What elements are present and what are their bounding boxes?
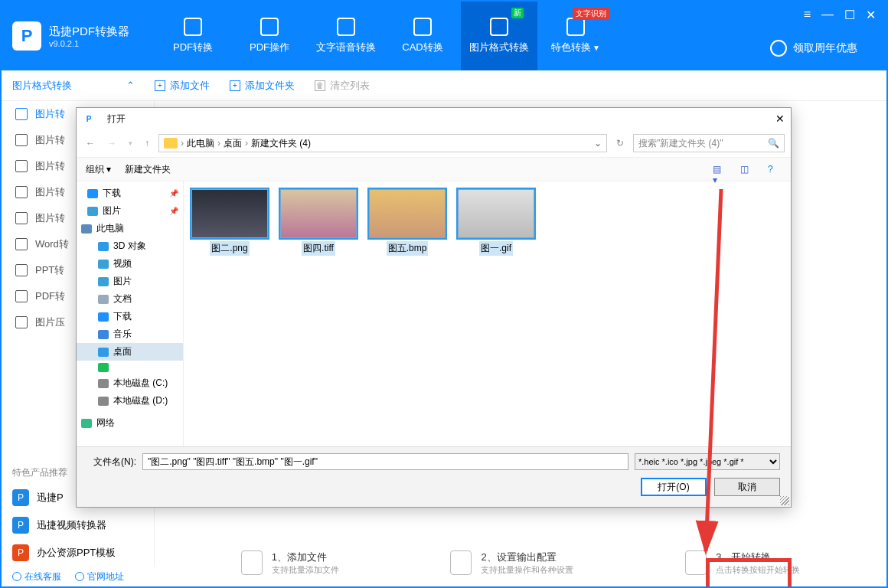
minimize-icon[interactable]: —: [821, 8, 834, 22]
file-open-dialog: P 打开 ✕ ← → ▾ ↑ › 此电脑› 桌面› 新建文件夹 (4) ⌄ ↻ …: [76, 107, 792, 508]
file-item[interactable]: 图五.bmp: [369, 189, 446, 256]
view-mode-icon[interactable]: ▤ ▾: [713, 164, 726, 175]
titlebar: P 迅捷PDF转换器 v9.0.2.1 PDF转换PDF操作文字语音转换CAD转…: [2, 2, 886, 70]
file-item[interactable]: 图一.gif: [458, 189, 534, 256]
tree-label: 本地磁盘 (D:): [113, 394, 168, 407]
chevron-up-icon[interactable]: ⌃: [126, 80, 135, 91]
window-controls: ≡ — ☐ ✕: [804, 8, 876, 22]
sidebar-item-label: 图片转: [35, 159, 65, 173]
promo-item[interactable]: P办公资源PPT模板: [2, 539, 154, 567]
folder-icon: [98, 312, 109, 322]
step-icon: [450, 550, 472, 575]
filetype-select[interactable]: *.heic *.ico *.jpg *.jpeg *.gif *: [635, 453, 780, 470]
tree-item[interactable]: 音乐: [77, 325, 183, 343]
promo-item[interactable]: P迅捷视频转换器: [2, 511, 154, 539]
new-folder-button[interactable]: 新建文件夹: [125, 163, 171, 176]
tree-item[interactable]: 桌面: [77, 343, 183, 361]
tree-label: 文档: [113, 292, 132, 305]
forward-icon[interactable]: →: [104, 138, 119, 149]
search-input[interactable]: 搜索"新建文件夹 (4)" 🔍: [633, 134, 785, 152]
file-list[interactable]: 图二.png图四.tiff图五.bmp图一.gif: [184, 181, 791, 446]
tab-label: CAD转换: [402, 41, 442, 54]
dialog-nav: ← → ▾ ↑ › 此电脑› 桌面› 新建文件夹 (4) ⌄ ↻ 搜索"新建文件…: [77, 129, 791, 157]
globe-icon: [75, 572, 84, 581]
tree-label: 网络: [96, 416, 115, 430]
file-item[interactable]: 图四.tiff: [280, 189, 357, 256]
tree-label: 图片: [113, 275, 132, 288]
clear-list-button[interactable]: 🗑 清空列表: [315, 79, 370, 93]
tree-label: 下载: [103, 187, 121, 200]
tree-item[interactable]: 下载: [77, 308, 183, 325]
tree-item[interactable]: 视频: [77, 255, 183, 273]
tree-item[interactable]: 本地磁盘 (C:): [77, 374, 183, 392]
step-icon: [685, 550, 707, 575]
cancel-button[interactable]: 取消: [714, 478, 780, 496]
folder-icon: [98, 295, 109, 304]
tree-item[interactable]: 此电脑: [77, 220, 183, 237]
tree-item[interactable]: 本地磁盘 (D:): [77, 392, 183, 410]
sidebar-icon: [15, 316, 28, 328]
recent-dropdown-icon[interactable]: ▾: [126, 139, 135, 147]
step-title: 1、添加文件: [272, 550, 339, 564]
tree-item[interactable]: 图片📌: [77, 202, 183, 220]
organize-dropdown[interactable]: 组织 ▾: [86, 163, 111, 176]
crumb-dropdown-icon[interactable]: ⌄: [594, 138, 602, 149]
tree-item[interactable]: 图片: [77, 273, 183, 290]
menu-icon[interactable]: ≡: [804, 8, 811, 22]
add-folder-button[interactable]: + 添加文件夹: [230, 79, 295, 93]
tab-label: 特色转换▼: [551, 41, 600, 54]
folder-icon: [81, 224, 92, 234]
tree-item[interactable]: 下载📌: [77, 185, 183, 202]
tab-icon: [413, 18, 432, 36]
tab-文字语音转换[interactable]: 文字语音转换: [308, 2, 384, 70]
tree-item[interactable]: 3D 对象: [77, 237, 183, 255]
back-icon[interactable]: ←: [83, 138, 98, 149]
tab-PDF转换[interactable]: PDF转换: [155, 2, 231, 70]
sidebar-item-label: PPT转: [35, 263, 64, 277]
tree-label: 3D 对象: [113, 240, 146, 253]
tab-图片格式转换[interactable]: 新图片格式转换: [461, 2, 537, 70]
tab-label: 图片格式转换: [469, 41, 529, 54]
file-item[interactable]: 图二.png: [191, 189, 268, 256]
sidebar-item-label: PDF转: [35, 289, 65, 303]
refresh-icon[interactable]: ↻: [613, 138, 627, 149]
dialog-close-icon[interactable]: ✕: [775, 113, 785, 125]
tab-PDF操作[interactable]: PDF操作: [231, 2, 308, 70]
help-icon[interactable]: ?: [768, 164, 782, 175]
folder-icon: [98, 242, 109, 251]
tree-item[interactable]: [77, 361, 183, 374]
promo-link[interactable]: 领取周年优惠: [770, 40, 857, 57]
folder-icon: [98, 379, 109, 388]
folder-icon: [164, 138, 178, 149]
resize-grip-icon[interactable]: [780, 496, 789, 505]
tab-label: PDF转换: [173, 41, 213, 54]
maximize-icon[interactable]: ☐: [844, 8, 855, 22]
up-icon[interactable]: ↑: [142, 138, 152, 149]
plus-icon: +: [230, 80, 240, 91]
app-version: v9.0.2.1: [49, 39, 129, 48]
tree-item[interactable]: 网络: [77, 414, 183, 432]
sidebar-icon: [15, 264, 28, 276]
tree-item[interactable]: 文档: [77, 290, 183, 308]
tab-icon: [184, 18, 202, 36]
preview-pane-icon[interactable]: ◫: [740, 164, 754, 175]
tab-CAD转换[interactable]: CAD转换: [384, 2, 461, 70]
secondary-toolbar: 图片格式转换 ⌃ + 添加文件 + 添加文件夹 🗑 清空列表: [2, 70, 886, 101]
filename-input[interactable]: [142, 453, 628, 470]
search-placeholder: 搜索"新建文件夹 (4)": [638, 137, 723, 150]
tab-特色转换[interactable]: 文字识别特色转换▼: [537, 2, 614, 70]
promo-label: 办公资源PPT模板: [37, 546, 116, 560]
open-button[interactable]: 打开(O): [641, 478, 707, 496]
support-link[interactable]: 在线客服: [12, 570, 61, 583]
sidebar-item-label: 图片转: [35, 107, 65, 121]
folder-tree[interactable]: 下载📌图片📌此电脑3D 对象视频图片文档下载音乐桌面本地磁盘 (C:)本地磁盘 …: [77, 181, 184, 446]
close-icon[interactable]: ✕: [866, 8, 876, 22]
breadcrumb[interactable]: › 此电脑› 桌面› 新建文件夹 (4) ⌄: [158, 134, 607, 152]
add-file-button[interactable]: + 添加文件: [155, 79, 210, 93]
promo-label: 领取周年优惠: [793, 41, 857, 55]
sidebar-icon: [15, 290, 28, 302]
site-link[interactable]: 官网地址: [75, 570, 124, 583]
app-logo: P: [12, 21, 41, 51]
footer: 在线客服 官网地址: [2, 567, 155, 586]
sidebar-item-label: 图片转: [35, 185, 65, 199]
